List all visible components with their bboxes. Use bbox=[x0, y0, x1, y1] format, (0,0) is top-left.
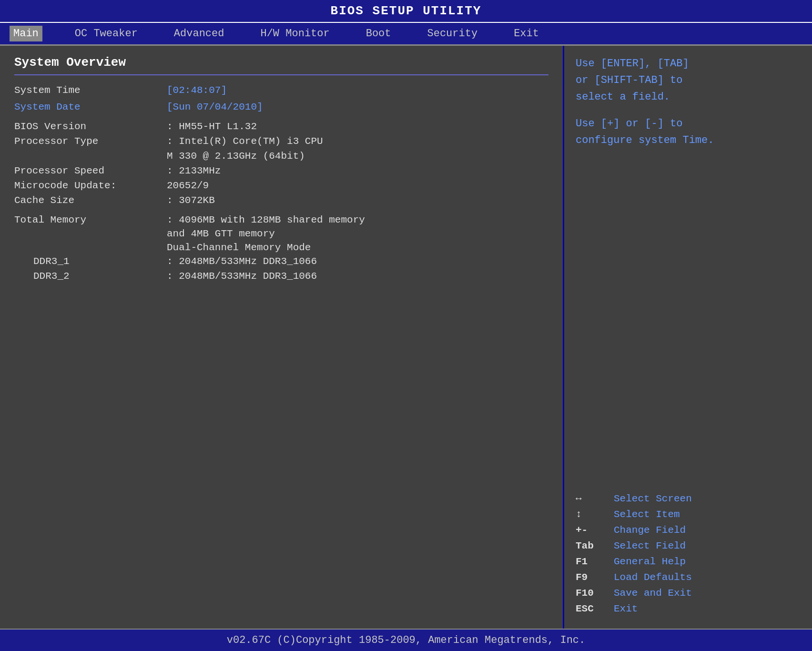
content-area: System Overview System Time [02:48:07] S… bbox=[0, 46, 812, 629]
cache-label: Cache Size bbox=[14, 195, 167, 206]
system-time-value[interactable]: [02:48:07] bbox=[167, 85, 227, 96]
total-memory-label: Total Memory bbox=[14, 214, 167, 225]
processor-type-row: Processor Type : Intel(R) Core(TM) i3 CP… bbox=[14, 136, 548, 147]
total-memory-row: Total Memory : 4096MB with 128MB shared … bbox=[14, 214, 548, 225]
shortcut-desc-load-defaults: Load Defaults bbox=[614, 572, 692, 583]
ddr3-1-value: : 2048MB/533MHz DDR3_1066 bbox=[167, 256, 317, 267]
shortcut-key-f1: F1 bbox=[576, 556, 614, 567]
menu-oc-tweaker[interactable]: OC Tweaker bbox=[71, 26, 142, 41]
bios-version-value: : HM55-HT L1.32 bbox=[167, 121, 257, 132]
footer-text: v02.67C (C)Copyright 1985-2009, American… bbox=[227, 634, 586, 646]
menu-advanced[interactable]: Advanced bbox=[170, 26, 228, 41]
shortcut-desc-select-field: Select Field bbox=[614, 540, 686, 551]
processor-type-value: : Intel(R) Core(TM) i3 CPU bbox=[167, 136, 323, 147]
cache-row: Cache Size : 3072KB bbox=[14, 195, 548, 206]
menu-bar: Main OC Tweaker Advanced H/W Monitor Boo… bbox=[0, 23, 812, 46]
system-date-row: System Date [Sun 07/04/2010] bbox=[14, 102, 548, 112]
ddr3-2-label: DDR3_2 bbox=[33, 271, 167, 282]
shortcut-select-item: ↕ Select Item bbox=[576, 509, 801, 520]
ddr3-1-label: DDR3_1 bbox=[33, 256, 167, 267]
menu-main[interactable]: Main bbox=[10, 26, 42, 41]
shortcut-desc-select-screen: Select Screen bbox=[614, 493, 692, 504]
shortcut-key-arrows-h: ↔ bbox=[576, 493, 614, 504]
shortcut-key-f9: F9 bbox=[576, 572, 614, 583]
shortcut-key-arrows-v: ↕ bbox=[576, 509, 614, 520]
microcode-row: Microcode Update: 20652/9 bbox=[14, 180, 548, 191]
system-time-label: System Time bbox=[14, 85, 167, 96]
shortcut-general-help: F1 General Help bbox=[576, 556, 801, 567]
shortcut-select-screen: ↔ Select Screen bbox=[576, 493, 801, 504]
shortcut-select-field: Tab Select Field bbox=[576, 540, 801, 551]
processor-type-label2 bbox=[14, 151, 167, 162]
total-memory-row3: Dual-Channel Memory Mode bbox=[167, 242, 548, 253]
menu-exit[interactable]: Exit bbox=[510, 26, 543, 41]
shortcut-desc-general-help: General Help bbox=[614, 556, 686, 567]
shortcut-key-esc: ESC bbox=[576, 603, 614, 614]
bios-version-label: BIOS Version bbox=[14, 121, 167, 132]
processor-type-label: Processor Type bbox=[14, 136, 167, 147]
shortcut-list: ↔ Select Screen ↕ Select Item +- Change … bbox=[576, 493, 801, 619]
help-line6: configure system Time. bbox=[576, 132, 801, 149]
shortcut-key-plus-minus: +- bbox=[576, 525, 614, 536]
bios-title: BIOS SETUP UTILITY bbox=[331, 4, 482, 18]
shortcut-desc-save-exit: Save and Exit bbox=[614, 588, 692, 599]
memory-block: Total Memory : 4096MB with 128MB shared … bbox=[14, 214, 548, 282]
ddr3-2-row: DDR3_2 : 2048MB/533MHz DDR3_1066 bbox=[33, 271, 548, 282]
cache-value: : 3072KB bbox=[167, 195, 215, 206]
help-line2: or [SHIFT-TAB] to bbox=[576, 72, 801, 89]
shortcut-desc-esc-exit: Exit bbox=[614, 603, 638, 614]
processor-type-value2: M 330 @ 2.13GHz (64bit) bbox=[167, 151, 305, 162]
microcode-label: Microcode Update: bbox=[14, 180, 167, 191]
divider bbox=[14, 74, 548, 75]
ddr3-2-value: : 2048MB/533MHz DDR3_1066 bbox=[167, 271, 317, 282]
processor-speed-value: : 2133MHz bbox=[167, 165, 221, 176]
help-line5: Use [+] or [-] to bbox=[576, 115, 801, 132]
processor-type-row2: M 330 @ 2.13GHz (64bit) bbox=[14, 151, 548, 162]
shortcut-desc-change-field: Change Field bbox=[614, 525, 686, 536]
menu-hw-monitor[interactable]: H/W Monitor bbox=[256, 26, 333, 41]
menu-security[interactable]: Security bbox=[424, 26, 482, 41]
processor-speed-row: Processor Speed : 2133MHz bbox=[14, 165, 548, 176]
shortcut-load-defaults: F9 Load Defaults bbox=[576, 572, 801, 583]
shortcut-change-field: +- Change Field bbox=[576, 525, 801, 536]
help-line3: select a field. bbox=[576, 89, 801, 105]
help-line1: Use [ENTER], [TAB] bbox=[576, 55, 801, 72]
shortcut-key-tab: Tab bbox=[576, 540, 614, 551]
shortcut-esc-exit: ESC Exit bbox=[576, 603, 801, 614]
system-date-value[interactable]: [Sun 07/04/2010] bbox=[167, 102, 263, 112]
help-text-block: Use [ENTER], [TAB] or [SHIFT-TAB] to sel… bbox=[576, 55, 801, 149]
total-memory-row2: and 4MB GTT memory bbox=[167, 228, 548, 239]
shortcut-key-f10: F10 bbox=[576, 588, 614, 599]
microcode-value: 20652/9 bbox=[167, 180, 209, 191]
footer: v02.67C (C)Copyright 1985-2009, American… bbox=[0, 629, 812, 651]
bios-version-row: BIOS Version : HM55-HT L1.32 bbox=[14, 121, 548, 132]
shortcut-save-exit: F10 Save and Exit bbox=[576, 588, 801, 599]
bios-screen: BIOS SETUP UTILITY Main OC Tweaker Advan… bbox=[0, 0, 812, 651]
section-title: System Overview bbox=[14, 55, 548, 70]
left-panel: System Overview System Time [02:48:07] S… bbox=[0, 46, 564, 629]
total-memory-value: : 4096MB with 128MB shared memory bbox=[167, 214, 365, 225]
help-spacer bbox=[576, 106, 801, 115]
ddr3-1-row: DDR3_1 : 2048MB/533MHz DDR3_1066 bbox=[33, 256, 548, 267]
title-bar: BIOS SETUP UTILITY bbox=[0, 0, 812, 23]
info-block: BIOS Version : HM55-HT L1.32 Processor T… bbox=[14, 121, 548, 206]
processor-speed-label: Processor Speed bbox=[14, 165, 167, 176]
right-panel: Use [ENTER], [TAB] or [SHIFT-TAB] to sel… bbox=[564, 46, 812, 629]
system-time-row: System Time [02:48:07] bbox=[14, 85, 548, 96]
menu-boot[interactable]: Boot bbox=[362, 26, 395, 41]
shortcut-desc-select-item: Select Item bbox=[614, 509, 680, 520]
system-date-label: System Date bbox=[14, 102, 167, 112]
